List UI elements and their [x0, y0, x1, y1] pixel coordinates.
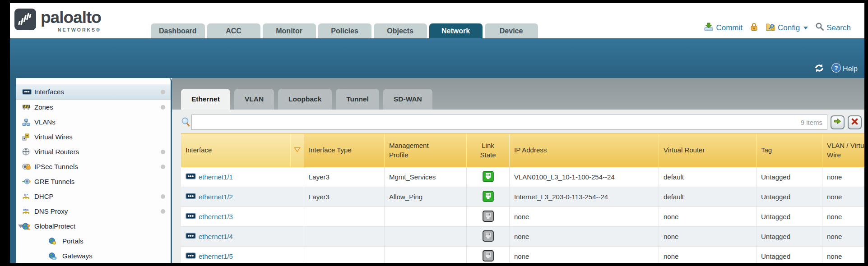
tab-monitor[interactable]: Monitor — [263, 23, 316, 38]
subtab-strip: Ethernet VLAN Loopback Tunnel SD-WAN — [172, 78, 864, 110]
cell-tag: Untagged — [757, 187, 822, 206]
cell-management-profile — [385, 207, 467, 226]
refresh-icon[interactable] — [814, 64, 825, 74]
col-header-management-profile[interactable]: Management Profile — [385, 134, 467, 167]
cell-tag: Untagged — [757, 207, 822, 226]
interface-name: ethernet1/3 — [199, 213, 233, 220]
subtab-tunnel[interactable]: Tunnel — [336, 89, 379, 110]
sidebar-item-globalprotect[interactable]: GlobalProtect — [16, 219, 171, 234]
sidebar: Interfaces Zones VLANs Virtual Wires Vir… — [16, 78, 172, 263]
help-button[interactable]: ? Help — [831, 63, 858, 75]
items-count: 9 items — [801, 119, 827, 126]
sidebar-item-label: DHCP — [34, 193, 54, 200]
sidebar-item-label: Virtual Wires — [34, 133, 73, 141]
interface-link[interactable]: ethernet1/2 — [186, 193, 233, 201]
cell-virtual-router: default — [659, 167, 757, 187]
sidebar-item-gateways[interactable]: Gateways — [16, 248, 171, 263]
global-search-button[interactable]: Search — [815, 22, 851, 33]
cell-interface: ethernet1/5 — [181, 247, 304, 263]
top-header: paloalto NETWORKS® Dashboard ACC Monitor… — [10, 3, 864, 38]
cell-virtual-router: none — [659, 247, 757, 263]
apply-filter-button[interactable] — [831, 115, 845, 129]
commit-button[interactable]: Commit — [704, 22, 743, 33]
sidebar-item-ipsec-tunnels[interactable]: IPSec Tunnels — [16, 159, 171, 174]
sidebar-item-dns-proxy[interactable]: DNS DNS Proxy — [16, 204, 171, 219]
cell-ip-address: Internet_L3_203-0-113-254--24 — [510, 187, 659, 206]
status-dot — [161, 90, 165, 94]
header-tools: Commit Config Search — [700, 22, 851, 33]
col-header-tag[interactable]: Tag — [757, 134, 822, 167]
brand-subtitle: NETWORKS® — [58, 27, 101, 32]
brand-name: paloalto — [41, 9, 101, 27]
link-down-icon — [483, 250, 494, 263]
sidebar-item-label: Gateways — [62, 252, 93, 260]
interface-name: ethernet1/5 — [199, 252, 233, 260]
status-dot — [161, 105, 165, 110]
tab-device[interactable]: Device — [485, 23, 538, 38]
link-down-icon — [483, 230, 494, 243]
config-menu-button[interactable]: Config — [766, 23, 808, 33]
cell-virtual-router: default — [659, 187, 757, 206]
interface-name: ethernet1/4 — [199, 233, 233, 240]
left-gutter — [10, 78, 16, 263]
subtab-sdwan[interactable]: SD-WAN — [383, 89, 432, 110]
link-up-icon — [483, 171, 494, 183]
interface-name: ethernet1/1 — [199, 173, 233, 181]
cell-management-profile: Mgmt_Services — [385, 167, 467, 187]
col-header-ip-address[interactable]: IP Address — [510, 134, 659, 167]
col-header-virtual-router[interactable]: Virtual Router — [659, 134, 757, 167]
tab-policies[interactable]: Policies — [318, 23, 371, 38]
col-header-interface-type[interactable]: Interface Type — [304, 134, 385, 167]
sidebar-item-vlans[interactable]: VLANs — [16, 115, 171, 129]
paloalto-logo-icon — [14, 9, 36, 32]
interface-icon — [186, 233, 196, 240]
col-header-interface[interactable]: Interface — [181, 134, 291, 167]
col-header-vlan-wire[interactable]: VLAN / Virtual Wire — [822, 134, 864, 167]
cell-ip-address: VLAN0100_L3_10-1-100-254--24 — [510, 167, 659, 187]
sidebar-item-gre-tunnels[interactable]: GRE Tunnels — [16, 174, 171, 189]
sidebar-item-label: GRE Tunnels — [34, 178, 74, 185]
sidebar-item-label: Zones — [34, 103, 53, 111]
interface-icon — [186, 213, 196, 220]
sidebar-item-interfaces[interactable]: Interfaces — [16, 84, 171, 100]
subtab-ethernet[interactable]: Ethernet — [181, 89, 230, 110]
col-header-link-state[interactable]: Link State — [467, 134, 510, 167]
sidebar-item-label: DNS Proxy — [34, 207, 68, 215]
cell-management-profile — [385, 227, 467, 246]
cell-interface-type: Layer3 — [304, 187, 385, 206]
interface-link[interactable]: ethernet1/5 — [186, 252, 233, 260]
cell-tag: Untagged — [757, 167, 822, 187]
sidebar-item-virtual-wires[interactable]: Virtual Wires — [16, 129, 171, 144]
cell-interface-type — [304, 247, 385, 263]
status-dot — [161, 150, 165, 154]
cell-link-state — [467, 227, 510, 246]
filter-input[interactable] — [192, 115, 801, 129]
vlans-icon — [22, 119, 30, 126]
tab-dashboard[interactable]: Dashboard — [151, 23, 205, 38]
cell-vlan-wire: none — [822, 207, 864, 226]
interface-link[interactable]: ethernet1/1 — [186, 173, 233, 181]
sidebar-item-zones[interactable]: Zones — [16, 100, 171, 115]
sidebar-item-portals[interactable]: Portals — [16, 234, 171, 248]
link-up-icon — [483, 191, 494, 203]
sidebar-item-label: VLANs — [34, 118, 56, 126]
interface-link[interactable]: ethernet1/3 — [186, 213, 233, 220]
interfaces-table: Interface Interface Type Management Prof… — [181, 133, 864, 263]
sidebar-item-virtual-routers[interactable]: Virtual Routers — [16, 144, 171, 159]
virtual-wires-icon — [22, 133, 29, 141]
cell-virtual-router: none — [659, 227, 757, 246]
interface-link[interactable]: ethernet1/4 — [186, 233, 233, 240]
globalprotect-icon — [22, 223, 31, 230]
sidebar-item-dhcp[interactable]: IP DHCP — [16, 189, 171, 204]
green-arrow-icon — [834, 118, 841, 126]
subtab-loopback[interactable]: Loopback — [278, 89, 332, 110]
filter-search-icon — [181, 117, 190, 127]
column-menu-button[interactable] — [291, 134, 304, 167]
tab-acc[interactable]: ACC — [207, 23, 260, 38]
tab-network[interactable]: Network — [429, 23, 483, 38]
subtab-vlan[interactable]: VLAN — [234, 89, 274, 110]
cell-vlan-wire: none — [822, 187, 864, 206]
tab-objects[interactable]: Objects — [374, 23, 427, 38]
lock-button[interactable] — [750, 22, 758, 33]
clear-filter-button[interactable] — [848, 115, 862, 129]
